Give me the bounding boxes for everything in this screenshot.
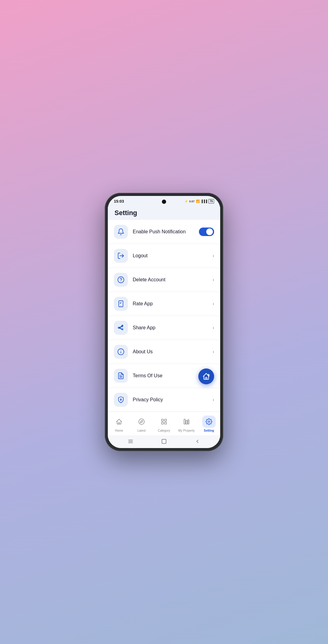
nav-item-latest[interactable]: Latest bbox=[130, 414, 153, 433]
nav-item-category[interactable]: Category bbox=[153, 414, 175, 433]
push-notification-label: Enable Push Notification bbox=[133, 229, 199, 235]
settings-wrapper: Enable Push Notification bbox=[108, 220, 220, 412]
logout-icon bbox=[117, 252, 125, 259]
svg-rect-32 bbox=[162, 439, 166, 444]
settings-item-push-notification[interactable]: Enable Push Notification bbox=[108, 220, 220, 244]
share-app-label: Share App bbox=[133, 325, 213, 331]
phone-shell: 15:03 ⚡ 0.57 📶 ▐▐▐ 76 Setting bbox=[105, 193, 223, 451]
settings-item-delete-account[interactable]: Delete Account › bbox=[108, 268, 220, 292]
about-us-chevron: › bbox=[213, 349, 214, 355]
status-time: 15:03 bbox=[114, 199, 124, 204]
svg-rect-26 bbox=[186, 420, 187, 424]
settings-item-logout[interactable]: Logout › bbox=[108, 244, 220, 268]
nav-item-home[interactable]: Home bbox=[108, 414, 130, 433]
share-app-icon-wrap bbox=[114, 321, 128, 335]
delete-account-icon-wrap bbox=[114, 273, 128, 287]
home-nav-label: Home bbox=[115, 429, 123, 432]
bell-icon bbox=[117, 228, 125, 235]
settings-item-share-app[interactable]: Share App › bbox=[108, 316, 220, 340]
about-us-icon-wrap bbox=[114, 345, 128, 359]
svg-rect-23 bbox=[162, 422, 163, 424]
status-icons: ⚡ 0.57 📶 ▐▐▐ 76 bbox=[184, 199, 214, 204]
info-circle-icon bbox=[117, 348, 125, 355]
settings-item-rate-app[interactable]: Rate App › bbox=[108, 292, 220, 316]
nav-item-setting[interactable]: Setting bbox=[198, 414, 220, 433]
svg-rect-24 bbox=[165, 422, 166, 424]
compass-nav-icon bbox=[138, 418, 145, 425]
privacy-policy-chevron: › bbox=[213, 397, 214, 402]
push-notification-icon-wrap bbox=[114, 225, 128, 239]
terms-icon-wrap bbox=[114, 369, 128, 383]
rate-app-chevron: › bbox=[213, 301, 214, 307]
android-home-btn[interactable] bbox=[160, 438, 168, 445]
question-circle-icon bbox=[117, 276, 125, 283]
about-us-label: About Us bbox=[133, 349, 213, 355]
svg-rect-21 bbox=[162, 419, 163, 421]
page-title: Setting bbox=[114, 209, 137, 217]
svg-rect-27 bbox=[188, 420, 189, 424]
logout-chevron: › bbox=[213, 253, 214, 259]
svg-rect-3 bbox=[119, 301, 123, 307]
svg-point-19 bbox=[139, 419, 144, 424]
android-back-btn[interactable] bbox=[194, 438, 201, 445]
logout-label: Logout bbox=[133, 253, 213, 259]
my-property-nav-icon-wrap bbox=[180, 416, 193, 428]
speed-indicator: 0.57 bbox=[189, 200, 195, 203]
category-nav-label: Category bbox=[158, 429, 170, 432]
privacy-icon-wrap bbox=[114, 393, 128, 407]
settings-item-privacy-policy[interactable]: Privacy Policy › bbox=[108, 388, 220, 412]
wifi-icon: 📶 bbox=[196, 200, 200, 203]
svg-rect-25 bbox=[184, 419, 186, 424]
android-menu-btn[interactable] bbox=[127, 438, 134, 445]
rate-app-label: Rate App bbox=[133, 301, 213, 307]
latest-nav-label: Latest bbox=[137, 429, 145, 432]
logout-icon-wrap bbox=[114, 249, 128, 263]
settings-item-about-us[interactable]: About Us › bbox=[108, 340, 220, 364]
battery-icon: 76 bbox=[208, 199, 214, 204]
fab-button[interactable] bbox=[198, 368, 214, 384]
fab-home-plus-icon bbox=[202, 372, 210, 380]
setting-nav-label: Setting bbox=[204, 429, 214, 432]
bluetooth-icon: ⚡ bbox=[184, 200, 188, 203]
share-app-chevron: › bbox=[213, 325, 214, 331]
svg-point-1 bbox=[118, 277, 124, 283]
rate-app-icon-wrap bbox=[114, 297, 128, 311]
setting-nav-icon-wrap bbox=[202, 416, 216, 428]
latest-nav-icon-wrap bbox=[135, 416, 148, 428]
setting-nav-icon bbox=[206, 418, 212, 425]
my-property-nav-label: My Property bbox=[178, 429, 195, 432]
delete-account-label: Delete Account bbox=[133, 277, 213, 283]
share-app-icon bbox=[117, 324, 125, 331]
toggle-knob bbox=[206, 228, 213, 235]
my-property-nav-icon bbox=[183, 418, 190, 425]
rate-app-icon bbox=[117, 300, 125, 307]
svg-point-28 bbox=[208, 421, 210, 423]
signal-icon: ▐▐▐ bbox=[201, 200, 207, 203]
svg-marker-20 bbox=[140, 420, 143, 423]
android-nav bbox=[108, 435, 220, 448]
camera-notch bbox=[162, 200, 166, 204]
document-icon bbox=[117, 372, 125, 379]
category-nav-icon-wrap bbox=[157, 416, 171, 428]
home-nav-icon bbox=[116, 418, 122, 425]
app-content: Setting Enable Push No bbox=[108, 205, 220, 448]
shield-icon bbox=[117, 396, 125, 403]
delete-account-chevron: › bbox=[213, 277, 214, 283]
page-header: Setting bbox=[108, 205, 220, 220]
home-nav-icon-wrap bbox=[112, 416, 126, 428]
privacy-policy-label: Privacy Policy bbox=[133, 397, 213, 402]
bottom-nav: Home Latest bbox=[108, 412, 220, 435]
svg-rect-22 bbox=[165, 419, 166, 421]
phone-screen: 15:03 ⚡ 0.57 📶 ▐▐▐ 76 Setting bbox=[108, 196, 220, 448]
category-nav-icon bbox=[161, 418, 167, 425]
nav-item-my-property[interactable]: My Property bbox=[175, 414, 198, 433]
push-notification-toggle[interactable] bbox=[199, 228, 214, 236]
status-bar: 15:03 ⚡ 0.57 📶 ▐▐▐ 76 bbox=[108, 196, 220, 205]
